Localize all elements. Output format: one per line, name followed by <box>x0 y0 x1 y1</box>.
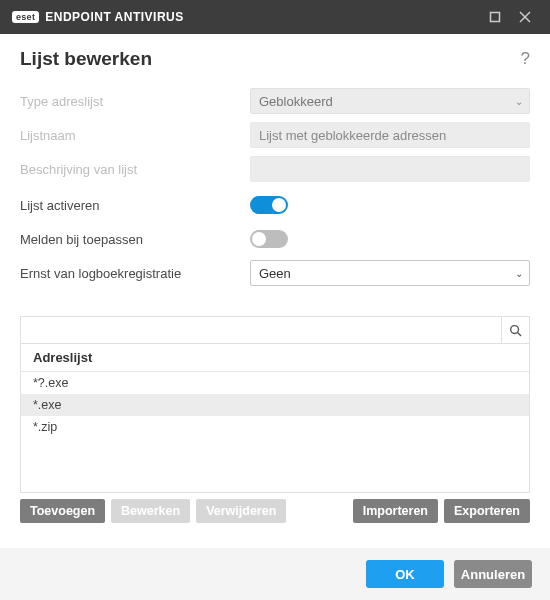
brand-text: ENDPOINT ANTIVIRUS <box>45 10 184 24</box>
type-select-value: Geblokkeerd <box>259 94 333 109</box>
list-row[interactable]: *?.exe <box>21 372 529 394</box>
list-search-input[interactable] <box>21 317 501 343</box>
label-desc: Beschrijving van lijst <box>20 162 250 177</box>
type-select: Geblokkeerd ⌄ <box>250 88 530 114</box>
titlebar: eset ENDPOINT ANTIVIRUS <box>0 0 550 34</box>
search-icon <box>509 324 522 337</box>
import-button[interactable]: Importeren <box>353 499 438 523</box>
svg-point-3 <box>511 325 519 333</box>
ok-button[interactable]: OK <box>366 560 444 588</box>
label-type: Type adreslijst <box>20 94 250 109</box>
name-input: Lijst met geblokkeerde adressen <box>250 122 530 148</box>
export-button[interactable]: Exporteren <box>444 499 530 523</box>
list-search-button[interactable] <box>501 317 529 343</box>
add-button[interactable]: Toevoegen <box>20 499 105 523</box>
svg-rect-0 <box>491 13 500 22</box>
window-maximize-button[interactable] <box>480 2 510 32</box>
severity-select-value: Geen <box>259 266 291 281</box>
dialog-footer: OK Annuleren <box>0 548 550 600</box>
help-icon[interactable]: ? <box>521 49 530 69</box>
notify-toggle[interactable] <box>250 230 288 248</box>
cancel-button[interactable]: Annuleren <box>454 560 532 588</box>
label-severity: Ernst van logboekregistratie <box>20 266 250 281</box>
delete-button[interactable]: Verwijderen <box>196 499 286 523</box>
close-icon <box>519 11 531 23</box>
severity-select[interactable]: Geen ⌄ <box>250 260 530 286</box>
square-icon <box>489 11 501 23</box>
name-input-value: Lijst met geblokkeerde adressen <box>259 128 446 143</box>
list-row[interactable]: *.exe <box>21 394 529 416</box>
label-activate: Lijst activeren <box>20 198 250 213</box>
chevron-down-icon: ⌄ <box>515 268 523 279</box>
list-body: *?.exe*.exe*.zip <box>21 372 529 492</box>
label-name: Lijstnaam <box>20 128 250 143</box>
list-row[interactable]: *.zip <box>21 416 529 438</box>
activate-toggle[interactable] <box>250 196 288 214</box>
address-list-panel: Adreslijst *?.exe*.exe*.zip <box>20 316 530 493</box>
label-notify: Melden bij toepassen <box>20 232 250 247</box>
list-header: Adreslijst <box>21 344 529 372</box>
desc-input <box>250 156 530 182</box>
window-close-button[interactable] <box>510 2 540 32</box>
edit-button[interactable]: Bewerken <box>111 499 190 523</box>
brand-badge: eset <box>12 11 39 23</box>
svg-line-4 <box>518 332 522 336</box>
chevron-down-icon: ⌄ <box>515 96 523 107</box>
page-title: Lijst bewerken <box>20 48 521 70</box>
